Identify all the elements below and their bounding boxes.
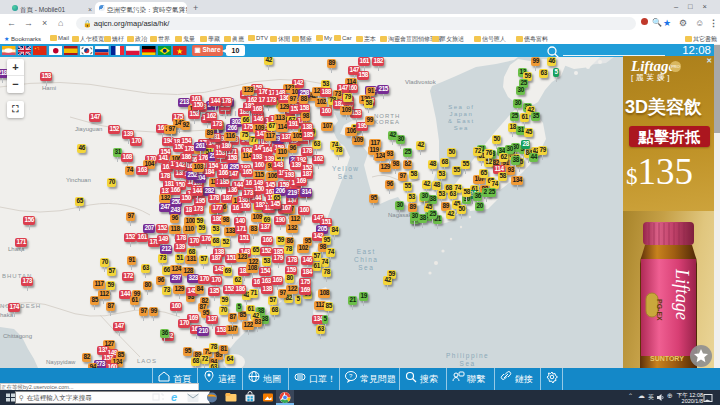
svg-text:SUNTORY: SUNTORY bbox=[650, 355, 684, 362]
svg-text:?: ? bbox=[349, 373, 353, 379]
svg-text:Liftage: Liftage bbox=[672, 268, 692, 320]
svg-text:PG-EX: PG-EX bbox=[656, 299, 663, 321]
